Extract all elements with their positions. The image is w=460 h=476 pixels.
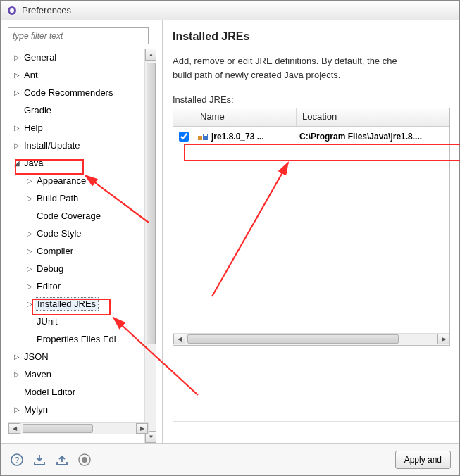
tree-arrow-icon[interactable]: ▷ <box>25 194 35 202</box>
tree-arrow-icon[interactable]: ▷ <box>12 142 22 149</box>
tree-item-junit[interactable]: JUnit <box>8 313 145 330</box>
tree-arrow-icon[interactable]: ▷ <box>12 353 22 361</box>
tree-item-properties-files-edi[interactable]: Properties Files Edi <box>8 330 145 348</box>
svg-rect-4 <box>204 134 207 136</box>
tree-item-code-recommenders[interactable]: ▷Code Recommenders <box>8 84 145 101</box>
tree-arrow-icon[interactable]: ▷ <box>12 124 22 132</box>
titlebar[interactable]: Preferences <box>1 1 459 20</box>
separator <box>173 421 459 422</box>
tree: ▷General▷Ant▷Code RecommendersGradle▷Hel… <box>8 49 156 443</box>
page-description: Add, remove or edit JRE definitions. By … <box>173 54 459 82</box>
tree-item-editor[interactable]: ▷Editor <box>8 277 145 295</box>
svg-text:?: ? <box>15 456 19 464</box>
tree-item-label: Appearance <box>35 175 88 187</box>
tree-item-label: Build Path <box>35 192 80 204</box>
jre-table: Name Location jre1.8.0_73 ...C:\Program … <box>173 108 450 346</box>
scroll-thumb[interactable] <box>187 334 399 344</box>
col-name[interactable]: Name <box>194 108 297 126</box>
jre-location: C:\Program Files\Java\jre1.8.... <box>297 132 449 142</box>
tree-horizontal-scrollbar[interactable]: ◀ ▶ <box>8 422 149 434</box>
tree-arrow-icon[interactable]: ▷ <box>25 282 35 290</box>
main-panel: Installed JREs Add, remove or edit JRE d… <box>163 20 459 443</box>
tree-item-build-path[interactable]: ▷Build Path <box>8 189 145 207</box>
svg-point-1 <box>10 8 14 13</box>
tree-item-label: Installed JREs <box>35 297 99 311</box>
scroll-up-icon[interactable]: ▲ <box>145 49 156 61</box>
tree-item-ant[interactable]: ▷Ant <box>8 66 145 84</box>
help-icon[interactable]: ? <box>9 452 25 468</box>
tree-arrow-icon[interactable]: ▷ <box>12 370 22 378</box>
tree-item-mylyn[interactable]: ▷Mylyn <box>8 401 145 418</box>
jre-icon <box>197 132 209 142</box>
tree-item-label: Install/Update <box>22 139 82 151</box>
apply-button[interactable]: Apply and <box>395 451 451 469</box>
tree-item-label: Code Style <box>35 227 84 239</box>
scroll-right-icon[interactable]: ▶ <box>437 334 449 344</box>
tree-item-label: JSON <box>22 351 51 363</box>
window-title: Preferences <box>22 5 71 15</box>
scroll-right-icon[interactable]: ▶ <box>136 423 148 434</box>
tree-item-label: Java <box>22 157 45 169</box>
tree-item-code-style[interactable]: ▷Code Style <box>8 225 145 242</box>
table-horizontal-scrollbar[interactable]: ◀ ▶ <box>173 333 449 345</box>
tree-item-label: General <box>22 51 58 63</box>
tree-arrow-icon[interactable]: ▷ <box>25 177 35 184</box>
tree-item-installed-jres[interactable]: ▷Installed JREs <box>8 295 145 313</box>
table-header: Name Location <box>173 108 449 127</box>
table-caption: Installed JREs: <box>173 94 459 105</box>
tree-arrow-icon[interactable]: ▷ <box>25 300 35 308</box>
app-icon <box>6 5 18 16</box>
tree-arrow-icon[interactable]: ◢ <box>12 159 22 167</box>
import-icon[interactable] <box>32 452 47 468</box>
tree-item-compiler[interactable]: ▷Compiler <box>8 242 145 260</box>
tree-item-label: Compiler <box>35 245 75 257</box>
filter-input[interactable] <box>8 27 149 44</box>
tree-item-install-update[interactable]: ▷Install/Update <box>8 137 145 154</box>
tree-arrow-icon[interactable]: ▷ <box>25 265 35 273</box>
tree-item-help[interactable]: ▷Help <box>8 119 145 137</box>
export-icon[interactable] <box>54 452 70 468</box>
tree-item-label: Ant <box>22 69 40 81</box>
svg-point-8 <box>82 457 87 463</box>
tree-item-model-editor[interactable]: Model Editor <box>8 383 145 401</box>
tree-arrow-icon[interactable]: ▷ <box>12 406 22 413</box>
page-title: Installed JREs <box>173 30 459 43</box>
svg-rect-2 <box>198 136 202 140</box>
tree-item-label: Help <box>22 122 45 134</box>
tree-item-label: Editor <box>35 280 63 292</box>
col-check[interactable] <box>173 108 194 126</box>
table-row[interactable]: jre1.8.0_73 ...C:\Program Files\Java\jre… <box>173 127 449 146</box>
sidebar: ▷General▷Ant▷Code RecommendersGradle▷Hel… <box>1 20 163 443</box>
tree-item-label: Code Recommenders <box>22 87 115 99</box>
tree-item-json[interactable]: ▷JSON <box>8 348 145 365</box>
tree-arrow-icon[interactable]: ▷ <box>12 54 22 61</box>
tree-vertical-scrollbar[interactable]: ▲ ▼ <box>144 49 156 443</box>
scroll-thumb-h[interactable] <box>23 424 93 433</box>
jre-checkbox[interactable] <box>179 132 189 142</box>
tree-item-gradle[interactable]: Gradle <box>8 101 145 119</box>
scroll-left-icon[interactable]: ◀ <box>173 334 185 344</box>
tree-arrow-icon[interactable]: ▷ <box>12 71 22 79</box>
tree-item-java[interactable]: ◢Java <box>8 154 145 172</box>
tree-arrow-icon[interactable]: ▷ <box>25 247 35 255</box>
scroll-left-icon[interactable]: ◀ <box>8 423 20 434</box>
col-location[interactable]: Location <box>297 108 449 126</box>
tree-item-label: Mylyn <box>22 403 50 415</box>
tree-item-label: JUnit <box>35 315 60 327</box>
tree-item-label: Debug <box>35 263 66 275</box>
tree-item-label: Gradle <box>22 104 54 116</box>
tree-arrow-icon[interactable]: ▷ <box>25 230 35 237</box>
jre-name: jre1.8.0_73 ... <box>211 132 264 142</box>
tree-arrow-icon[interactable]: ▷ <box>12 89 22 96</box>
tree-item-code-coverage[interactable]: Code Coverage <box>8 207 145 225</box>
scroll-thumb[interactable] <box>147 63 156 344</box>
tree-item-label: Code Coverage <box>35 210 103 222</box>
record-icon[interactable] <box>77 452 92 468</box>
tree-item-label: Properties Files Edi <box>35 333 118 345</box>
tree-item-label: Model Editor <box>22 386 77 398</box>
tree-item-appearance[interactable]: ▷Appearance <box>8 172 145 189</box>
tree-item-debug[interactable]: ▷Debug <box>8 260 145 277</box>
preferences-window: Preferences ▷General▷Ant▷Code Recommende… <box>0 0 460 476</box>
tree-item-maven[interactable]: ▷Maven <box>8 365 145 383</box>
tree-item-general[interactable]: ▷General <box>8 49 145 66</box>
